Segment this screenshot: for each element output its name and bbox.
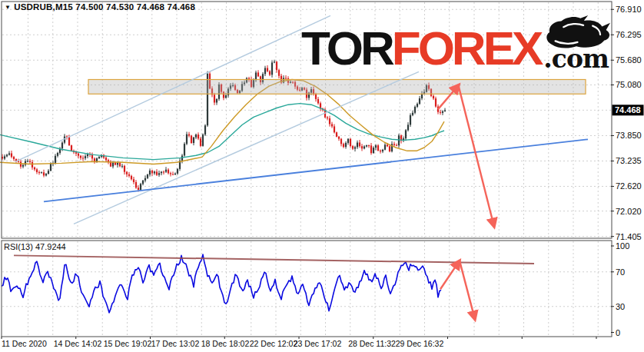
candle (11, 151, 12, 158)
candle (216, 98, 217, 105)
rsi-value: 47.9244 (35, 242, 66, 251)
candle (276, 61, 277, 72)
candle (389, 144, 390, 152)
date-label: 23 Dec 17:02 (294, 339, 342, 348)
candle (347, 138, 349, 144)
candle (202, 134, 204, 147)
candle (407, 122, 409, 131)
candle (133, 177, 134, 184)
candle (48, 169, 49, 174)
candle (188, 132, 190, 138)
candle (184, 142, 185, 157)
candle (442, 110, 443, 115)
candle (41, 171, 42, 174)
candle (154, 171, 155, 175)
date-label: 28 Dec 11:32 (348, 339, 396, 348)
candle (419, 96, 420, 105)
price-tick-label: 75.080 (616, 80, 642, 89)
candle (128, 172, 130, 178)
candle (131, 174, 132, 180)
rsi-tick-label: 70 (616, 267, 625, 277)
time-axis: 11 Dec 202014 Dec 14:0215 Dec 19:0217 De… (2, 337, 596, 348)
candle (147, 174, 148, 179)
candle (204, 125, 206, 136)
candle (45, 173, 47, 177)
candle (391, 141, 393, 153)
candle (317, 97, 319, 105)
candle (377, 144, 379, 151)
price-tick-label: 76.295 (616, 30, 642, 39)
rsi-trendline[interactable] (14, 255, 534, 264)
candle (193, 137, 194, 145)
candle (6, 154, 8, 158)
candle (144, 175, 146, 182)
candle (142, 180, 144, 185)
candle (267, 65, 268, 72)
candle (98, 156, 100, 159)
forecast-arrow (459, 87, 494, 227)
candle (414, 105, 416, 114)
candle (165, 167, 167, 173)
candle (172, 171, 174, 175)
price-tick-label: 71.405 (616, 232, 642, 241)
candle (340, 138, 342, 147)
candle (405, 129, 407, 141)
price-axis: 76.91076.29575.68075.08073.85073.23572.6… (611, 5, 644, 337)
candle (177, 168, 178, 175)
candle (101, 154, 102, 158)
rsi-forecast-arrow (440, 261, 460, 289)
candle (124, 164, 125, 174)
date-label: 14 Dec 14:02 (54, 339, 102, 348)
candle (352, 145, 354, 150)
candle (331, 122, 333, 128)
logo-text-forex: FOREX (392, 26, 541, 71)
candle (121, 164, 123, 168)
price-tick-label: 76.910 (616, 5, 642, 14)
candle (264, 66, 266, 76)
price-tick-label: 72.620 (616, 181, 642, 191)
date-label: 17 Dec 13:02 (151, 339, 200, 348)
candle (357, 141, 358, 149)
candle (327, 116, 328, 120)
candle (168, 168, 169, 174)
candle (370, 143, 372, 154)
support-trendline[interactable] (44, 139, 588, 201)
candle (198, 132, 199, 140)
candle (170, 171, 171, 176)
candle (393, 141, 395, 146)
candle (269, 70, 271, 76)
ohlc-readout: 74.500 74.530 74.468 74.468 (75, 2, 195, 12)
candle (13, 156, 15, 161)
candle (135, 180, 137, 189)
candle (38, 171, 40, 175)
candle (140, 183, 141, 191)
candle (359, 140, 360, 148)
candle (274, 60, 275, 64)
current-price-label: 74.468 (615, 105, 641, 115)
candle (400, 134, 402, 144)
rsi-indicator-label: RSI(13) 47.9244 (4, 242, 66, 251)
date-label: 18 Dec 18:02 (201, 339, 250, 348)
candle (22, 164, 24, 168)
price-tick-label: 75.680 (616, 55, 642, 65)
resistance-zone (88, 79, 586, 94)
candle (80, 155, 81, 160)
date-label: 11 Dec 2020 (2, 339, 47, 348)
chart-window: 76.91076.29575.68075.08073.85073.23572.6… (0, 0, 644, 352)
candle (384, 143, 386, 150)
candle (36, 168, 38, 174)
rsi-name: RSI(13) (4, 242, 33, 251)
date-label: 29 Dec 16:32 (396, 339, 444, 348)
candle (412, 111, 413, 117)
candle (174, 172, 176, 175)
rsi-tick-label: 100 (616, 241, 629, 251)
candle (354, 146, 356, 152)
rsi-tick-label: 0 (616, 328, 620, 337)
logo-text-tor: TOR (301, 26, 392, 71)
candle (161, 171, 162, 176)
candle (156, 169, 158, 176)
channel-lower-line[interactable] (74, 71, 419, 224)
candle (29, 159, 31, 164)
candle (186, 131, 188, 145)
candle (440, 110, 441, 115)
